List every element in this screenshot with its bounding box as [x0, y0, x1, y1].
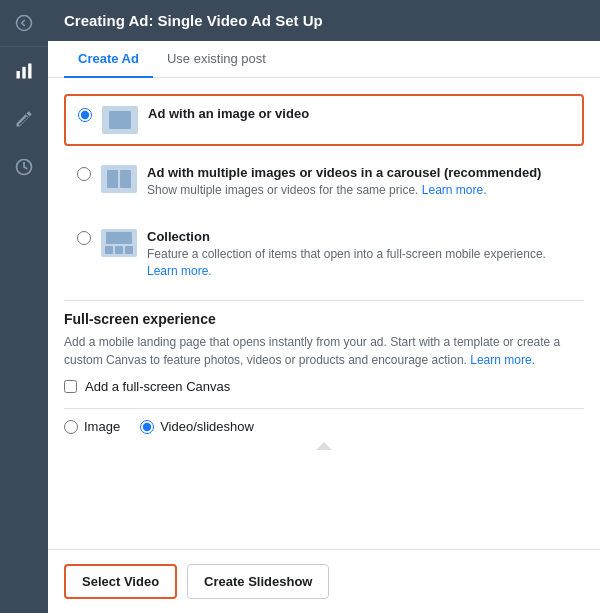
fullscreen-section: Full-screen experience Add a mobile land…: [64, 311, 584, 394]
radio-image[interactable]: [64, 420, 78, 434]
back-icon: [15, 14, 33, 32]
radio-video-label: Video/slideshow: [160, 419, 254, 434]
sidebar-chart-icon[interactable]: [0, 47, 48, 95]
image-video-icon-inner: [109, 111, 131, 129]
collection-icon: [101, 229, 137, 257]
carousel-icon-img2: [120, 170, 131, 188]
svg-rect-1: [17, 71, 20, 79]
carousel-learn-more[interactable]: Learn more.: [422, 183, 487, 197]
sidebar-back-button[interactable]: [0, 0, 48, 47]
media-type-row: Image Video/slideshow: [64, 419, 584, 434]
collection-learn-more[interactable]: Learn more.: [147, 264, 212, 278]
svg-rect-3: [28, 64, 31, 79]
radio-image-item[interactable]: Image: [64, 419, 120, 434]
radio-image-video[interactable]: [78, 108, 92, 122]
main-panel: Creating Ad: Single Video Ad Set Up Crea…: [48, 0, 600, 613]
fullscreen-desc: Add a mobile landing page that opens ins…: [64, 333, 584, 369]
chevron-row: [64, 442, 584, 450]
page-title: Creating Ad: Single Video Ad Set Up: [64, 12, 323, 29]
collection-icon-bottom: [105, 246, 133, 254]
collection-icon-s3: [125, 246, 133, 254]
collection-desc: Feature a collection of items that open …: [147, 246, 571, 280]
fullscreen-canvas-checkbox[interactable]: [64, 380, 77, 393]
image-video-text: Ad with an image or video: [148, 106, 570, 121]
radio-image-video-wrapper: [78, 108, 92, 125]
radio-video[interactable]: [140, 420, 154, 434]
sidebar: [0, 0, 48, 613]
collection-title: Collection: [147, 229, 571, 244]
chart-bars-icon: [14, 61, 34, 81]
carousel-text: Ad with multiple images or videos in a c…: [147, 165, 571, 199]
tab-bar: Create Ad Use existing post: [48, 41, 600, 78]
ad-option-carousel[interactable]: Ad with multiple images or videos in a c…: [64, 154, 584, 210]
radio-collection[interactable]: [77, 231, 91, 245]
fullscreen-canvas-label: Add a full-screen Canvas: [85, 379, 230, 394]
tab-create-ad[interactable]: Create Ad: [64, 41, 153, 78]
fullscreen-learn-more[interactable]: Learn more.: [470, 353, 535, 367]
svg-rect-2: [22, 67, 25, 79]
image-video-icon: [102, 106, 138, 134]
radio-video-item[interactable]: Video/slideshow: [140, 419, 254, 434]
fullscreen-canvas-row: Add a full-screen Canvas: [64, 379, 584, 394]
sidebar-clock-icon[interactable]: [0, 143, 48, 191]
ad-option-image-video[interactable]: Ad with an image or video: [64, 94, 584, 146]
tab-existing-post[interactable]: Use existing post: [153, 41, 280, 78]
svg-point-0: [17, 16, 32, 31]
divider-1: [64, 300, 584, 301]
carousel-desc: Show multiple images or videos for the s…: [147, 182, 571, 199]
clock-icon: [14, 157, 34, 177]
radio-image-label: Image: [84, 419, 120, 434]
collection-icon-s1: [105, 246, 113, 254]
divider-2: [64, 408, 584, 409]
chevron-up-icon: [316, 442, 332, 450]
fullscreen-title: Full-screen experience: [64, 311, 584, 327]
button-row: Select Video Create Slideshow: [48, 549, 600, 613]
sidebar-pencil-icon[interactable]: [0, 95, 48, 143]
carousel-icon: [101, 165, 137, 193]
radio-carousel-wrapper: [77, 167, 91, 184]
pencil-icon: [14, 109, 34, 129]
content-area: Ad with an image or video Ad with multip…: [48, 78, 600, 549]
image-video-title: Ad with an image or video: [148, 106, 570, 121]
ad-option-collection[interactable]: Collection Feature a collection of items…: [64, 218, 584, 291]
collection-text: Collection Feature a collection of items…: [147, 229, 571, 280]
select-video-button[interactable]: Select Video: [64, 564, 177, 599]
carousel-icon-img1: [107, 170, 118, 188]
collection-icon-top: [106, 232, 132, 244]
page-header: Creating Ad: Single Video Ad Set Up: [48, 0, 600, 41]
create-slideshow-button[interactable]: Create Slideshow: [187, 564, 329, 599]
radio-carousel[interactable]: [77, 167, 91, 181]
radio-collection-wrapper: [77, 231, 91, 248]
carousel-title: Ad with multiple images or videos in a c…: [147, 165, 571, 180]
collection-icon-s2: [115, 246, 123, 254]
